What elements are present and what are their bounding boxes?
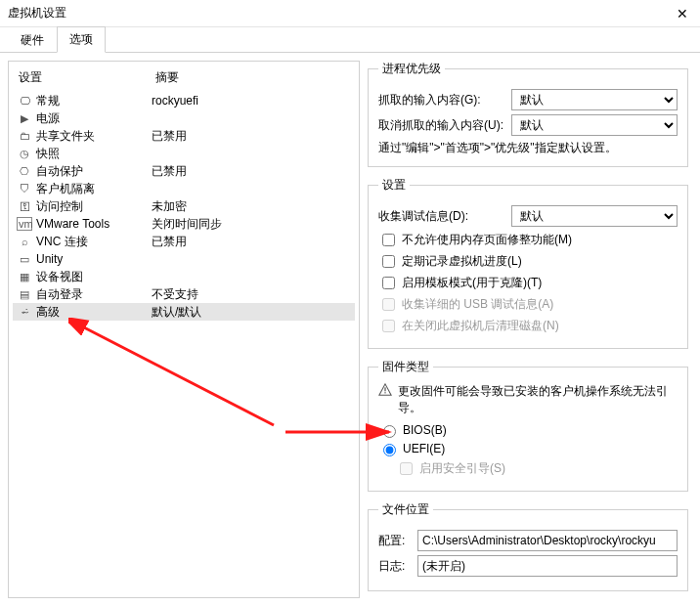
group-priority: 进程优先级 抓取的输入内容(G): 默认 取消抓取的输入内容(U): 默认 通过… (368, 61, 688, 167)
cb-log-label: 定期记录虚拟机进度(L) (402, 253, 522, 270)
list-row-8[interactable]: VNC 连接已禁用 (13, 233, 355, 250)
row-summary: rockyuefi (152, 94, 351, 108)
label-ungrabbed: 取消抓取的输入内容(U): (378, 117, 505, 134)
list-header-summary: 摘要 (155, 69, 349, 86)
warning-icon (378, 383, 392, 397)
cb-clean (382, 320, 395, 332)
row-name: 自动登录 (36, 286, 152, 303)
legend-priority: 进程优先级 (378, 61, 445, 77)
row-icon (17, 253, 32, 266)
row-summary: 已禁用 (152, 163, 351, 180)
row-icon (17, 130, 32, 142)
svg-rect-1 (384, 392, 385, 393)
firmware-warning: 更改固件可能会导致已安装的客户机操作系统无法引导。 (398, 383, 678, 416)
svg-rect-0 (384, 387, 385, 391)
label-config: 配置: (378, 533, 412, 549)
select-debug[interactable]: 默认 (511, 205, 678, 227)
row-icon (17, 271, 32, 283)
row-name: 客户机隔离 (36, 181, 152, 197)
row-summary: 未加密 (152, 198, 351, 215)
row-name: Unity (36, 252, 152, 266)
legend-settings: 设置 (378, 177, 410, 194)
row-name: 高级 (36, 304, 152, 321)
group-fileloc: 文件位置 配置: 日志: (368, 501, 688, 591)
cb-template[interactable] (382, 277, 395, 289)
row-summary: 已禁用 (152, 128, 351, 145)
tab-options[interactable]: 选项 (57, 26, 106, 53)
group-settings: 设置 收集调试信息(D): 默认 不允许使用内存页面修整功能(M) 定期记录虚拟… (368, 177, 688, 349)
legend-fileloc: 文件位置 (378, 501, 433, 518)
row-icon (17, 112, 32, 125)
row-icon: vm (17, 217, 32, 231)
select-grabbed[interactable]: 默认 (511, 89, 678, 110)
row-icon (17, 288, 32, 301)
row-name: 自动保护 (36, 163, 152, 180)
cb-log[interactable] (382, 255, 395, 268)
list-row-11[interactable]: 自动登录不受支持 (13, 285, 355, 303)
row-summary: 已禁用 (152, 234, 351, 250)
legend-firmware: 固件类型 (378, 359, 433, 375)
input-config[interactable] (417, 530, 678, 551)
cb-memtrim-label: 不允许使用内存页面修整功能(M) (402, 232, 572, 248)
list-header-setting: 设置 (19, 69, 155, 86)
row-name: VMware Tools (36, 217, 152, 231)
radio-bios-label: BIOS(B) (403, 423, 447, 437)
row-icon (17, 200, 32, 212)
tab-hardware[interactable]: 硬件 (8, 27, 57, 53)
list-row-12[interactable]: 高级默认/默认 (13, 303, 355, 321)
row-icon (17, 236, 32, 247)
list-row-0[interactable]: 常规rockyuefi (13, 92, 355, 109)
list-row-6[interactable]: 访问控制未加密 (13, 197, 355, 215)
row-name: 快照 (36, 146, 152, 162)
radio-bios[interactable] (383, 425, 396, 438)
row-name: 电源 (36, 110, 152, 127)
cb-secureboot-label: 启用安全引导(S) (419, 460, 505, 477)
row-icon (17, 183, 32, 195)
list-row-10[interactable]: 设备视图 (13, 268, 355, 285)
priority-hint: 通过"编辑">"首选项">"优先级"指定默认设置。 (378, 140, 678, 156)
row-name: 共享文件夹 (36, 128, 152, 145)
label-log: 日志: (378, 558, 412, 575)
row-summary: 默认/默认 (152, 304, 351, 321)
row-icon (17, 95, 32, 107)
row-summary: 不受支持 (152, 286, 351, 303)
radio-uefi[interactable] (383, 444, 396, 456)
list-row-1[interactable]: 电源 (13, 109, 355, 127)
radio-uefi-label: UEFI(E) (403, 442, 445, 455)
cb-usb-label: 收集详细的 USB 调试信息(A) (402, 296, 553, 313)
cb-template-label: 启用模板模式(用于克隆)(T) (402, 275, 542, 291)
row-name: 访问控制 (36, 198, 152, 215)
cb-secureboot (400, 462, 413, 475)
window-title: 虚拟机设置 (8, 5, 66, 22)
list-row-9[interactable]: Unity (13, 250, 355, 268)
row-icon (17, 306, 32, 319)
row-icon (17, 148, 32, 160)
list-row-7[interactable]: vmVMware Tools关闭时间同步 (13, 215, 355, 233)
select-ungrabbed[interactable]: 默认 (511, 114, 678, 136)
label-debug: 收集调试信息(D): (378, 208, 505, 225)
list-row-4[interactable]: 自动保护已禁用 (13, 162, 355, 180)
cb-memtrim[interactable] (382, 234, 395, 246)
close-icon[interactable]: ✕ (673, 6, 692, 22)
input-log[interactable] (417, 555, 678, 577)
list-row-2[interactable]: 共享文件夹已禁用 (13, 127, 355, 145)
settings-list-panel: 设置 摘要 常规rockyuefi电源共享文件夹已禁用快照自动保护已禁用客户机隔… (8, 61, 360, 598)
tab-bar: 硬件 选项 (0, 27, 700, 53)
list-row-5[interactable]: 客户机隔离 (13, 180, 355, 197)
cb-usb (382, 298, 395, 311)
group-firmware: 固件类型 更改固件可能会导致已安装的客户机操作系统无法引导。 BIOS(B) U… (368, 359, 688, 492)
list-row-3[interactable]: 快照 (13, 145, 355, 162)
row-icon (17, 165, 32, 178)
row-name: VNC 连接 (36, 234, 152, 250)
cb-clean-label: 在关闭此虚拟机后清理磁盘(N) (402, 318, 559, 334)
row-summary: 关闭时间同步 (152, 216, 351, 233)
row-name: 设备视图 (36, 269, 152, 285)
label-grabbed: 抓取的输入内容(G): (378, 92, 505, 108)
row-name: 常规 (36, 93, 152, 109)
